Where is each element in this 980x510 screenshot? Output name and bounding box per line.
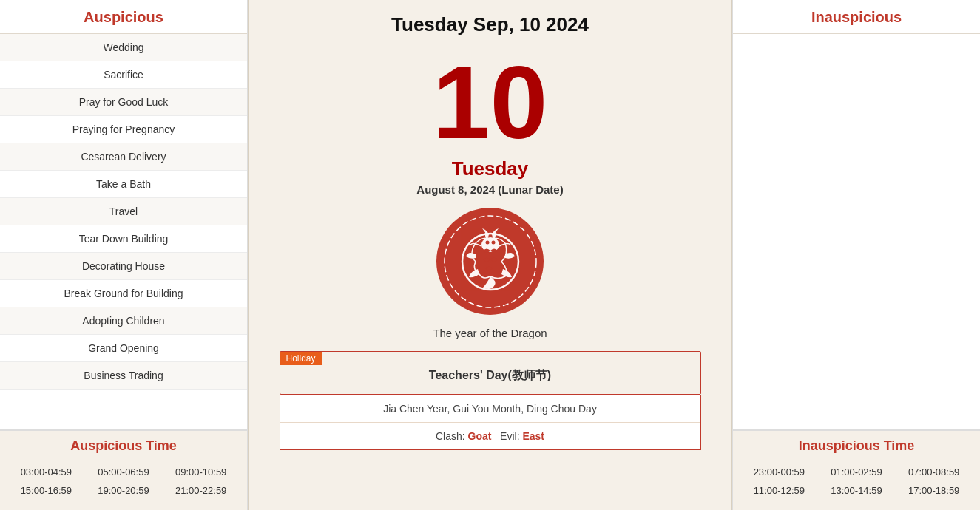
clash-label: Clash: (436, 430, 468, 442)
zodiac-image (436, 208, 544, 315)
inauspicious-time-slot: 13:00-14:59 (818, 483, 896, 498)
day-name: Tuesday (452, 157, 529, 180)
auspicious-item: Sacrifice (0, 61, 247, 89)
auspicious-time-grid: 03:00-04:5905:00-06:5909:00-10:5915:00-1… (0, 460, 247, 503)
year-info: Jia Chen Year, Gui You Month, Ding Chou … (280, 395, 700, 423)
inauspicious-time-slot: 17:00-18:59 (895, 483, 973, 498)
lunar-date: August 8, 2024 (Lunar Date) (416, 183, 563, 196)
holiday-box: Holiday Teachers' Day(教师节) (280, 351, 701, 395)
evil-direction: East (522, 430, 544, 442)
auspicious-item: Travel (0, 198, 247, 225)
auspicious-item: Pray for Good Luck (0, 89, 247, 116)
lunar-date-value: August 8, 2024 (416, 183, 495, 196)
lunar-label: (Lunar Date) (498, 183, 563, 196)
auspicious-title: Auspicious (84, 9, 163, 25)
zodiac-container (436, 208, 544, 315)
clash-info: Clash: Goat Evil: East (280, 423, 700, 449)
auspicious-item: Wedding (0, 34, 247, 61)
clash-animal: Goat (468, 430, 492, 442)
inauspicious-time-slot: 11:00-12:59 (740, 483, 818, 498)
auspicious-list: WeddingSacrificePray for Good LuckPrayin… (0, 34, 247, 429)
auspicious-item: Adopting Children (0, 307, 247, 335)
inauspicious-time-title: Inauspicious Time (733, 431, 980, 460)
day-number: 10 (433, 44, 548, 154)
left-panel: Auspicious WeddingSacrificePray for Good… (0, 0, 248, 510)
auspicious-time-slot: 03:00-04:59 (7, 464, 85, 480)
holiday-name: Teachers' Day(教师节) (280, 352, 700, 394)
auspicious-time-slot: 19:00-20:59 (85, 483, 163, 498)
auspicious-time-slot: 05:00-06:59 (85, 464, 163, 480)
zodiac-label: The year of the Dragon (433, 327, 547, 339)
inauspicious-time-slot: 07:00-08:59 (895, 464, 973, 480)
auspicious-item: Grand Opening (0, 335, 247, 362)
auspicious-item: Business Trading (0, 362, 247, 390)
auspicious-item: Take a Bath (0, 171, 247, 198)
auspicious-time-slot: 09:00-10:59 (162, 464, 240, 480)
inauspicious-time-slot: 01:00-02:59 (818, 464, 896, 480)
auspicious-item: Decorating House (0, 253, 247, 280)
auspicious-item: Cesarean Delivery (0, 143, 247, 171)
inauspicious-time-slot: 23:00-00:59 (740, 464, 818, 480)
right-panel: Inauspicious Inauspicious Time 23:00-00:… (732, 0, 980, 510)
inauspicious-time-section: Inauspicious Time 23:00-00:5901:00-02:59… (733, 429, 980, 510)
inauspicious-time-grid: 23:00-00:5901:00-02:5907:00-08:5911:00-1… (733, 460, 980, 503)
inauspicious-title: Inauspicious (811, 9, 902, 25)
auspicious-item: Break Ground for Building (0, 280, 247, 307)
svg-point-4 (491, 240, 495, 244)
auspicious-item: Praying for Pregnancy (0, 116, 247, 143)
auspicious-time-title: Auspicious Time (0, 431, 247, 460)
center-panel: Tuesday Sep, 10 2024 10 Tuesday August 8… (248, 0, 732, 510)
inauspicious-header: Inauspicious (733, 0, 980, 34)
auspicious-time-slot: 21:00-22:59 (162, 483, 240, 498)
info-box: Jia Chen Year, Gui You Month, Ding Chou … (280, 395, 701, 450)
auspicious-time-section: Auspicious Time 03:00-04:5905:00-06:5909… (0, 429, 247, 510)
auspicious-item: Tear Down Building (0, 225, 247, 253)
svg-point-3 (485, 240, 489, 244)
holiday-badge: Holiday (280, 352, 322, 365)
inauspicious-list (733, 34, 980, 429)
date-title: Tuesday Sep, 10 2024 (391, 0, 589, 44)
evil-label: Evil: (500, 430, 522, 442)
dragon-svg (442, 214, 538, 310)
auspicious-time-slot: 15:00-16:59 (7, 483, 85, 498)
auspicious-header: Auspicious (0, 0, 247, 34)
